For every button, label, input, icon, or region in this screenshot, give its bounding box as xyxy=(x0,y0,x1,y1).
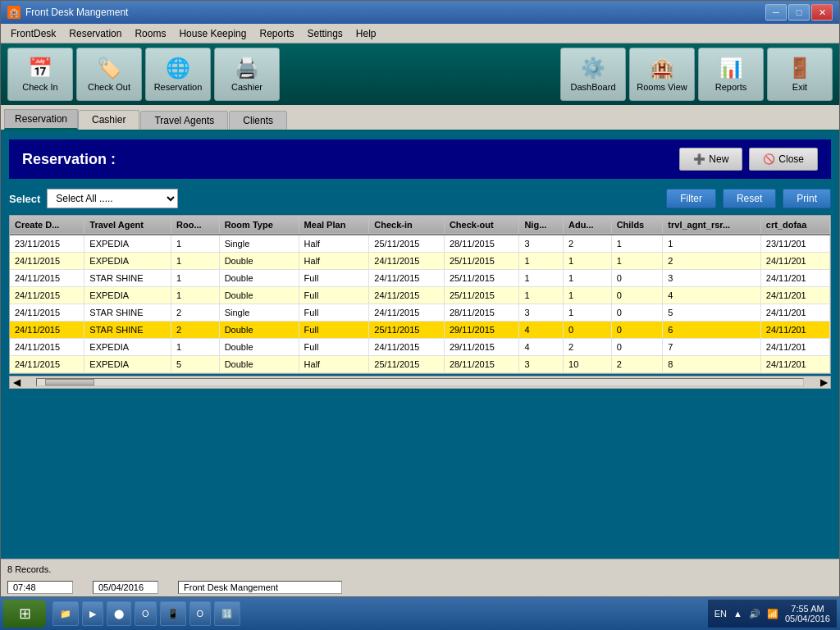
table-row[interactable]: 24/11/2015EXPEDIA1DoubleFull24/11/201525… xyxy=(10,287,830,304)
menu-reservation[interactable]: Reservation xyxy=(62,26,128,41)
table-cell: 25/11/2015 xyxy=(369,356,445,373)
table-row[interactable]: 24/11/2015EXPEDIA1DoubleHalf24/11/201525… xyxy=(10,253,830,270)
scroll-thumb[interactable] xyxy=(45,379,94,386)
close-window-button[interactable]: ✕ xyxy=(811,4,833,21)
table-cell: Double xyxy=(219,287,299,304)
menu-settings[interactable]: Settings xyxy=(301,26,349,41)
filter-button[interactable]: Filter xyxy=(666,189,716,208)
exit-button[interactable]: 🚪 Exit xyxy=(767,48,833,101)
checkout-label: Check Out xyxy=(88,82,130,92)
table-row[interactable]: 23/11/2015EXPEDIA1SingleHalf25/11/201528… xyxy=(10,235,830,253)
scroll-left-button[interactable]: ◀ xyxy=(10,377,23,388)
table-cell: Double xyxy=(219,356,299,373)
language-indicator: EN xyxy=(714,609,727,619)
cashier-button[interactable]: 🖨️ Cashier xyxy=(214,48,280,101)
roomsview-icon: 🏨 xyxy=(650,57,674,80)
maximize-button[interactable]: □ xyxy=(788,4,810,21)
taskbar-opera2[interactable]: O xyxy=(189,601,212,626)
table-cell: 28/11/2015 xyxy=(444,235,519,253)
taskbar-opera[interactable]: O xyxy=(135,601,157,626)
table-header-row: Create D... Travel Agent Roo... Room Typ… xyxy=(10,216,830,235)
roomsview-label: Rooms View xyxy=(637,82,687,92)
opera2-icon: O xyxy=(197,609,204,619)
opera-icon: O xyxy=(142,609,149,619)
table-row[interactable]: 24/11/2015STAR SHINE1DoubleFull24/11/201… xyxy=(10,270,830,287)
taskbar-calc[interactable]: 🔢 xyxy=(214,601,240,626)
close-button[interactable]: 🚫 Close xyxy=(749,148,818,171)
status-app: Front Desk Mangement xyxy=(178,581,342,594)
print-button[interactable]: Print xyxy=(783,189,831,208)
select-dropdown[interactable]: Select All ..... EXPEDIA STAR SHINE xyxy=(47,189,178,208)
taskbar-media[interactable]: ▶ xyxy=(82,601,103,626)
table-cell: 2 xyxy=(663,253,760,270)
col-travel-agent: Travel Agent xyxy=(84,216,171,235)
table-row[interactable]: 24/11/2015STAR SHINE2DoubleFull25/11/201… xyxy=(10,322,830,339)
table-cell: 0 xyxy=(611,322,663,339)
table-cell: 0 xyxy=(611,304,663,322)
checkin-label: Check In xyxy=(22,82,57,92)
tray-arrow-up: ▲ xyxy=(733,609,742,619)
dashboard-button[interactable]: ⚙️ DashBoard xyxy=(560,48,626,101)
reservation-button[interactable]: 🌐 Reservation xyxy=(145,48,211,101)
table-row[interactable]: 24/11/2015EXPEDIA1DoubleFull24/11/201529… xyxy=(10,339,830,356)
select-label: Select xyxy=(9,193,40,205)
table-cell: 24/11/2015 xyxy=(10,322,84,339)
taskbar-file-explorer[interactable]: 📁 xyxy=(52,601,79,626)
start-button[interactable]: ⊞ xyxy=(3,600,46,628)
table-cell: STAR SHINE xyxy=(84,322,171,339)
menu-bar: FrontDesk Reservation Rooms House Keepin… xyxy=(1,24,839,43)
table-cell: 24/11/2015 xyxy=(369,270,445,287)
horizontal-scrollbar[interactable]: ◀ ▶ xyxy=(9,376,831,389)
table-cell: 24/11/2015 xyxy=(10,356,84,373)
minimize-button[interactable]: ─ xyxy=(765,4,787,21)
table-row[interactable]: 24/11/2015EXPEDIA5DoubleHalf25/11/201528… xyxy=(10,356,830,373)
table-cell: 23/11/201 xyxy=(760,235,829,253)
status-time: 07:48 xyxy=(7,581,73,594)
taskbar-mobile[interactable]: 📱 xyxy=(160,601,186,626)
content-wrapper: Reservation : ➕ New 🚫 Close Select Selec… xyxy=(1,131,839,559)
table-cell: 24/11/201 xyxy=(760,339,829,356)
menu-rooms[interactable]: Rooms xyxy=(128,26,172,41)
roomsview-button[interactable]: 🏨 Rooms View xyxy=(629,48,695,101)
tab-travel-agents[interactable]: Travel Agents xyxy=(140,111,228,130)
scroll-right-button[interactable]: ▶ xyxy=(817,377,830,388)
menu-reports[interactable]: Reports xyxy=(253,26,300,41)
checkout-icon: 🏷️ xyxy=(97,57,121,80)
table-cell: STAR SHINE xyxy=(84,270,171,287)
table-cell: EXPEDIA xyxy=(84,339,171,356)
table-cell: Half xyxy=(299,253,369,270)
exit-label: Exit xyxy=(792,82,807,92)
reports-button[interactable]: 📊 Reports xyxy=(698,48,764,101)
table-cell: 1 xyxy=(663,235,760,253)
table-cell: 24/11/201 xyxy=(760,287,829,304)
table-cell: 3 xyxy=(663,270,760,287)
table-cell: 2 xyxy=(564,235,612,253)
table-cell: 24/11/2015 xyxy=(10,287,84,304)
dashboard-label: DashBoard xyxy=(570,82,615,92)
tab-cashier[interactable]: Cashier xyxy=(78,110,139,130)
tab-clients[interactable]: Clients xyxy=(229,111,287,130)
file-explorer-icon: 📁 xyxy=(60,609,71,619)
table-row[interactable]: 24/11/2015STAR SHINE2SingleFull24/11/201… xyxy=(10,304,830,322)
cashier-icon: 🖨️ xyxy=(235,57,259,80)
menu-housekeeping[interactable]: House Keeping xyxy=(172,26,253,41)
taskbar-chrome[interactable]: ⬤ xyxy=(107,601,131,626)
table-cell: EXPEDIA xyxy=(84,253,171,270)
filter-bar: Select Select All ..... EXPEDIA STAR SHI… xyxy=(9,189,831,208)
reservations-table-container[interactable]: Create D... Travel Agent Roo... Room Typ… xyxy=(9,215,831,374)
reports-label: Reports xyxy=(715,82,747,92)
reset-button[interactable]: Reset xyxy=(723,189,776,208)
menu-frontdesk[interactable]: FrontDesk xyxy=(4,26,62,41)
scroll-track[interactable] xyxy=(36,378,804,386)
checkin-button[interactable]: 📅 Check In xyxy=(7,48,73,101)
table-cell: 2 xyxy=(611,356,663,373)
table-cell: 24/11/2015 xyxy=(369,304,445,322)
col-checkin: Check-in xyxy=(369,216,445,235)
table-cell: 1 xyxy=(519,270,564,287)
table-cell: 24/11/2015 xyxy=(10,253,84,270)
menu-help[interactable]: Help xyxy=(349,26,383,41)
new-button[interactable]: ➕ New xyxy=(679,148,742,171)
table-cell: 2 xyxy=(171,322,220,339)
checkout-button[interactable]: 🏷️ Check Out xyxy=(76,48,142,101)
new-label: New xyxy=(709,153,728,165)
